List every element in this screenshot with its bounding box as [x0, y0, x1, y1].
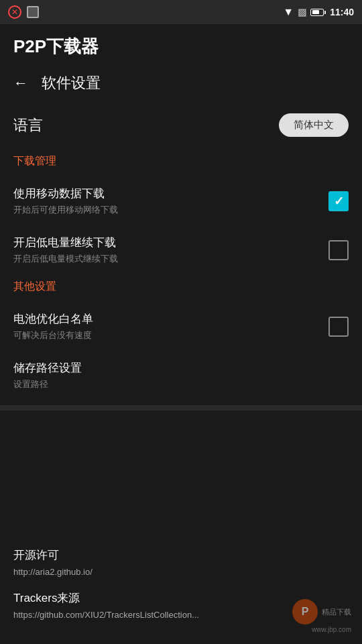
battery-whitelist-subtitle: 可解决后台没有速度: [13, 329, 328, 341]
mobile-data-checkbox[interactable]: [328, 191, 349, 211]
watermark-subtext: www.jbp.com: [312, 626, 351, 633]
language-label: 语言: [13, 115, 43, 136]
square-icon: [27, 6, 39, 18]
battery-whitelist-checkbox[interactable]: [328, 317, 349, 337]
other-section-header: 其他设置: [13, 274, 349, 302]
watermark-text: 精品下载: [322, 607, 351, 617]
back-button[interactable]: ←: [13, 74, 28, 92]
mobile-data-text: 使用移动数据下载 开始后可使用移动网络下载: [13, 186, 328, 216]
low-battery-subtitle: 开启后低电量模式继续下载: [13, 253, 328, 265]
low-battery-text: 开启低电量继续下载 开启后低电量模式继续下载: [13, 235, 328, 265]
signal-icon: ▨: [298, 7, 306, 17]
low-battery-checkbox[interactable]: [328, 240, 349, 260]
language-button[interactable]: 简体中文: [279, 113, 349, 137]
low-battery-row: 开启低电量继续下载 开启后低电量模式继续下载: [13, 225, 349, 274]
status-bar: ✕ ▼ ▨ 11:40: [0, 0, 362, 24]
storage-path-subtitle: 设置路径: [13, 378, 349, 390]
status-left-icons: ✕: [8, 5, 39, 19]
storage-path-text: 储存路径设置 设置路径: [13, 360, 349, 390]
storage-path-row[interactable]: 储存路径设置 设置路径: [13, 351, 349, 400]
mobile-data-title: 使用移动数据下载: [13, 186, 328, 201]
battery-whitelist-title: 电池优化白名单: [13, 311, 328, 327]
footer: 开源许可 http://aria2.github.io/ Trackers来源 …: [0, 534, 362, 644]
mobile-data-subtitle: 开始后可使用移动网络下载: [13, 204, 328, 216]
storage-path-title: 储存路径设置: [13, 360, 349, 376]
watermark: P 精品下载 www.jbp.com: [292, 599, 351, 633]
settings-header: ← 软件设置: [0, 66, 362, 104]
settings-title: 软件设置: [42, 73, 101, 93]
status-time: 11:40: [330, 7, 354, 17]
language-row: 语言 简体中文: [13, 104, 349, 149]
open-source-section: 开源许可 http://aria2.github.io/: [13, 547, 349, 577]
app-title-bar: P2P下载器: [0, 24, 362, 66]
low-battery-title: 开启低电量继续下载: [13, 235, 328, 250]
mobile-data-row: 使用移动数据下载 开始后可使用移动网络下载: [13, 176, 349, 225]
open-source-title: 开源许可: [13, 547, 349, 563]
section-divider: [0, 405, 362, 411]
open-source-link[interactable]: http://aria2.github.io/: [13, 567, 349, 577]
app-title: P2P下载器: [13, 35, 349, 58]
download-management-section: 下载管理 使用移动数据下载 开始后可使用移动网络下载 开启低电量继续下载 开启后…: [13, 149, 349, 274]
other-settings-section: 其他设置 电池优化白名单 可解决后台没有速度 储存路径设置 设置路径: [13, 274, 349, 400]
download-section-header: 下载管理: [13, 149, 349, 176]
status-right-icons: ▼ ▨ 11:40: [283, 6, 354, 18]
battery-whitelist-row: 电池优化白名单 可解决后台没有速度: [13, 302, 349, 351]
battery-icon: [310, 9, 326, 16]
wifi-icon: ▼: [283, 6, 294, 18]
battery-whitelist-text: 电池优化白名单 可解决后台没有速度: [13, 311, 328, 341]
settings-content: 语言 简体中文 下载管理 使用移动数据下载 开始后可使用移动网络下载 开启低电量…: [0, 104, 362, 400]
close-icon: ✕: [8, 5, 21, 19]
